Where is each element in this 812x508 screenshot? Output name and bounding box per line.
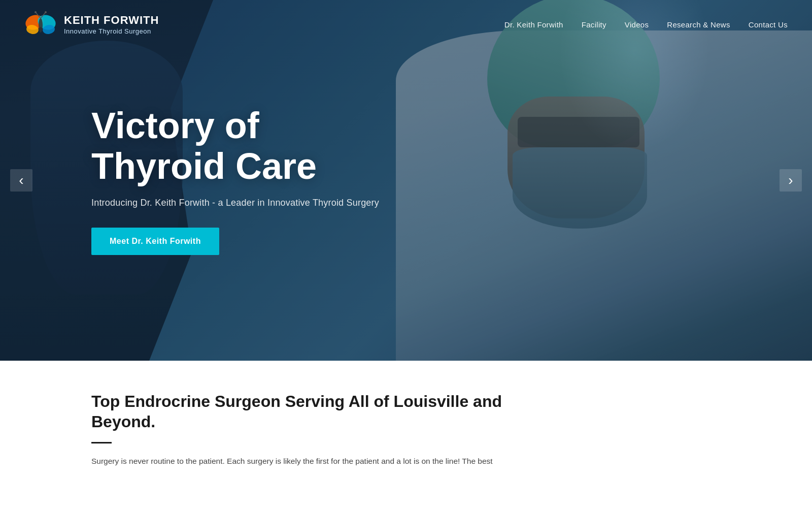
nav-item-doctor[interactable]: Dr. Keith Forwith — [504, 20, 563, 29]
brand-tagline: Innovative Thyroid Surgeon — [64, 27, 159, 35]
nav-item-research[interactable]: Research & News — [667, 20, 730, 29]
content-body: Surgery is never routine to the patient.… — [91, 455, 650, 468]
hero-subtitle: Introducing Dr. Keith Forwith - a Leader… — [91, 198, 396, 208]
hero-title: Victory of Thyroid Care — [91, 106, 396, 186]
hero-cta-button[interactable]: Meet Dr. Keith Forwith — [91, 228, 219, 255]
chevron-left-icon: ‹ — [19, 172, 23, 188]
chevron-right-icon: › — [788, 172, 793, 188]
carousel-prev-button[interactable]: ‹ — [10, 169, 32, 192]
content-heading: Top Endrocrine Surgeon Serving All of Lo… — [91, 391, 548, 432]
hero-content: Victory of Thyroid Care Introducing Dr. … — [0, 106, 396, 255]
content-divider — [91, 442, 112, 443]
logo-text: KEITH FORWITH Innovative Thyroid Surgeon — [64, 14, 159, 35]
carousel-next-button[interactable]: › — [780, 169, 802, 192]
main-nav: Dr. Keith Forwith Facility Videos Resear… — [504, 20, 788, 29]
svg-point-8 — [45, 11, 47, 13]
nav-item-facility[interactable]: Facility — [582, 20, 606, 29]
brand-name: KEITH FORWITH — [64, 14, 159, 27]
svg-point-4 — [39, 18, 43, 33]
svg-point-6 — [35, 11, 37, 13]
nav-item-contact[interactable]: Contact Us — [749, 20, 788, 29]
nav-item-videos[interactable]: Videos — [625, 20, 649, 29]
hero-section: Victory of Thyroid Care Introducing Dr. … — [0, 0, 812, 361]
logo-icon — [24, 8, 57, 41]
logo-area[interactable]: KEITH FORWITH Innovative Thyroid Surgeon — [24, 8, 159, 41]
content-section: Top Endrocrine Surgeon Serving All of Lo… — [0, 361, 812, 508]
site-header: KEITH FORWITH Innovative Thyroid Surgeon… — [0, 0, 812, 49]
